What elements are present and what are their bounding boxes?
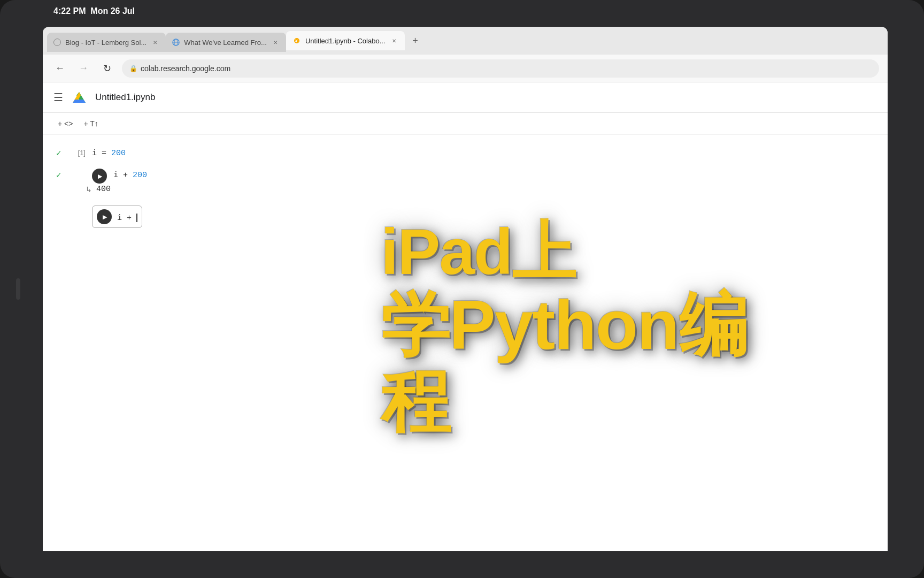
run-icon-3: ▶ — [103, 214, 107, 220]
forward-button[interactable]: → — [75, 60, 92, 77]
cell-2-status: ✓ — [53, 169, 64, 179]
drive-logo — [72, 90, 87, 105]
cell-3-run-button[interactable]: ▶ — [97, 209, 112, 224]
cell-1-status: ✓ — [53, 147, 64, 157]
address-bar[interactable]: 🔒 colab.research.google.com — [122, 59, 879, 78]
notebook-cells: ✓ [1] i = 200 ✓ ▶ — [43, 135, 888, 240]
tab-3[interactable]: Untitled1.ipynb - Colabo... ✕ — [286, 31, 405, 50]
overlay-line2: 学Python编程 — [381, 287, 803, 440]
ipad-frame: 4:22 PM Mon 26 Jul Blog - IoT - Lemberg … — [0, 0, 924, 578]
cell-3-number — [71, 206, 86, 208]
add-text-cell-button[interactable]: + T↑ — [79, 117, 102, 130]
tab-bar: Blog - IoT - Lemberg Sol... ✕ What We've… — [43, 27, 888, 55]
tab-2-title: What We've Learned Fro... — [184, 39, 267, 47]
tab-2[interactable]: What We've Learned Fro... ✕ — [166, 33, 286, 52]
back-button[interactable]: ← — [51, 60, 68, 77]
tab-1[interactable]: Blog - IoT - Lemberg Sol... ✕ — [47, 33, 166, 52]
cell-2-wrapper: ✓ ▶ i + 200 ↳ 400 — [53, 165, 877, 194]
time: 4:22 PM — [53, 6, 86, 16]
cell-3: ▶ i + — [53, 202, 877, 231]
tab-3-close[interactable]: ✕ — [390, 36, 398, 45]
cell-1: ✓ [1] i = 200 — [53, 143, 877, 161]
cell-3-code[interactable]: i + — [117, 211, 137, 223]
run-icon: ▶ — [98, 173, 102, 180]
browser-window: Blog - IoT - Lemberg Sol... ✕ What We've… — [43, 27, 888, 551]
lock-icon: 🔒 — [129, 65, 137, 72]
cell-1-check: ✓ — [56, 149, 62, 157]
tab-3-favicon — [292, 36, 301, 45]
reload-button[interactable]: ↻ — [98, 60, 116, 77]
tab-1-close[interactable]: ✕ — [151, 38, 159, 47]
notebook-title[interactable]: Untitled1.ipynb — [95, 92, 155, 103]
new-tab-button[interactable]: + — [407, 32, 424, 49]
output-value: 400 — [96, 185, 111, 194]
date: Mon 26 Jul — [90, 6, 135, 16]
cell-1-code[interactable]: i = 200 — [92, 147, 126, 158]
cell-2-run-button[interactable]: ▶ — [92, 169, 107, 184]
cell-2-code[interactable]: i + 200 — [113, 169, 147, 180]
tab-2-favicon — [172, 39, 180, 46]
tab-2-close[interactable]: ✕ — [271, 38, 280, 47]
menu-button[interactable]: ☰ — [53, 91, 63, 104]
url-text: colab.research.google.com — [141, 64, 230, 73]
cell-1-number: [1] — [71, 147, 86, 157]
cell-3-input-area[interactable]: ▶ i + — [92, 206, 142, 228]
tab-1-favicon — [53, 39, 61, 46]
navigation-toolbar: ← → ↻ 🔒 colab.research.google.com — [43, 55, 888, 82]
output-icon: ↳ — [86, 185, 92, 194]
cell-2-check: ✓ — [56, 171, 62, 179]
cell-2-number — [71, 169, 86, 171]
tab-1-title: Blog - IoT - Lemberg Sol... — [65, 39, 147, 47]
overlay-text: iPad上 学Python编程 — [381, 216, 803, 440]
time-display: 4:22 PM Mon 26 Jul — [53, 6, 135, 16]
add-code-cell-button[interactable]: + <> — [53, 117, 77, 130]
colab-content: ☰ Untitled1.ipynb + <> + T↑ — [43, 82, 888, 551]
side-button — [16, 278, 20, 300]
colab-toolbar: + <> + T↑ — [43, 113, 888, 135]
cell-2: ✓ ▶ i + 200 — [53, 165, 877, 187]
colab-header: ☰ Untitled1.ipynb — [43, 82, 888, 113]
cell-2-output: ↳ 400 — [53, 185, 877, 194]
cell-3-status — [53, 206, 64, 208]
tab-3-title: Untitled1.ipynb - Colabo... — [305, 37, 386, 45]
text-cursor — [136, 214, 137, 222]
